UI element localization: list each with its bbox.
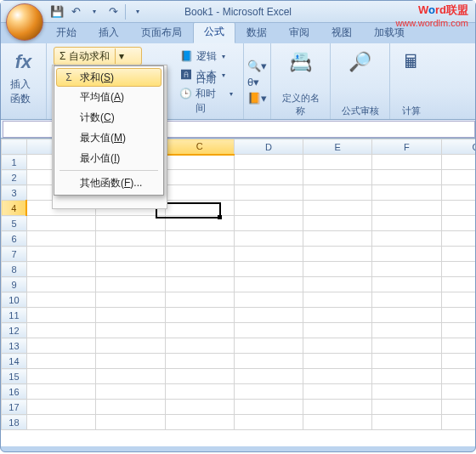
office-orb-button[interactable] <box>6 3 43 41</box>
cell-D9[interactable] <box>234 277 303 292</box>
cell-E7[interactable] <box>303 247 372 262</box>
cell-F12[interactable] <box>372 323 441 338</box>
cell-D1[interactable] <box>234 155 303 170</box>
cell-C14[interactable] <box>165 354 234 369</box>
redo-icon[interactable]: ↷ <box>106 5 120 19</box>
cell-C3[interactable] <box>165 185 234 201</box>
col-header-G[interactable]: G <box>441 139 475 155</box>
cell-G2[interactable] <box>441 170 475 185</box>
tab-2[interactable]: 页面布局 <box>130 22 193 43</box>
tab-1[interactable]: 插入 <box>88 22 130 43</box>
cell-B11[interactable] <box>96 308 165 323</box>
col-header-F[interactable]: F <box>372 139 441 155</box>
cell-A8[interactable] <box>26 262 95 277</box>
cell-A14[interactable] <box>26 354 95 369</box>
cell-F13[interactable] <box>372 338 441 354</box>
cell-F6[interactable] <box>372 231 441 247</box>
cell-E15[interactable] <box>303 369 372 384</box>
cell-G16[interactable] <box>441 384 475 400</box>
lookup-button[interactable]: 🔍▾ <box>247 60 267 72</box>
cell-C11[interactable] <box>165 308 234 323</box>
cell-D3[interactable] <box>234 185 303 201</box>
cell-D4[interactable] <box>234 201 303 216</box>
cell-E9[interactable] <box>303 277 372 292</box>
cell-C13[interactable] <box>165 338 234 354</box>
cell-C17[interactable] <box>165 400 234 415</box>
cell-D2[interactable] <box>234 170 303 185</box>
cell-C4[interactable] <box>165 201 234 216</box>
cell-E16[interactable] <box>303 384 372 400</box>
cell-B17[interactable] <box>96 400 165 415</box>
row-header-10[interactable]: 10 <box>2 292 27 308</box>
cell-E1[interactable] <box>303 155 372 170</box>
cell-F17[interactable] <box>372 400 441 415</box>
cell-C7[interactable] <box>165 247 234 262</box>
autosum-split-button[interactable]: Σ自动求和 ▾ <box>54 47 142 65</box>
row-header-17[interactable]: 17 <box>2 400 27 415</box>
row-header-13[interactable]: 13 <box>2 338 27 354</box>
cell-D13[interactable] <box>234 338 303 354</box>
cell-E12[interactable] <box>303 323 372 338</box>
cell-F4[interactable] <box>372 201 441 216</box>
formula-audit-button[interactable]: 🔎 <box>343 47 377 77</box>
cell-F18[interactable] <box>372 415 441 430</box>
row-header-2[interactable]: 2 <box>2 170 27 185</box>
defined-names-button[interactable]: 📇 <box>284 47 318 77</box>
cell-D11[interactable] <box>234 308 303 323</box>
row-header-9[interactable]: 9 <box>2 277 27 292</box>
tab-0[interactable]: 开始 <box>45 22 88 43</box>
cell-A7[interactable] <box>26 247 95 262</box>
undo-icon[interactable]: ↶ <box>69 5 82 19</box>
autosum-menu-item-3[interactable]: 最大值(M) <box>56 128 162 148</box>
autosum-menu-item-2[interactable]: 计数(C) <box>56 107 162 128</box>
row-header-3[interactable]: 3 <box>2 185 27 201</box>
row-header-15[interactable]: 15 <box>2 369 27 384</box>
more-functions-button[interactable]: 📙▾ <box>247 92 267 105</box>
datetime-functions-button[interactable]: 🕒日期和时间▾ <box>176 84 236 103</box>
cell-E3[interactable] <box>303 185 372 201</box>
cell-D14[interactable] <box>234 354 303 369</box>
cell-F16[interactable] <box>372 384 441 400</box>
math-button[interactable]: θ▾ <box>247 76 267 88</box>
cell-A10[interactable] <box>26 292 95 308</box>
cell-G3[interactable] <box>441 185 475 201</box>
cell-B6[interactable] <box>96 231 165 247</box>
row-header-14[interactable]: 14 <box>2 354 27 369</box>
cell-G5[interactable] <box>441 216 475 231</box>
col-header-C[interactable]: C <box>165 139 234 155</box>
cell-C1[interactable] <box>165 155 234 170</box>
cell-G18[interactable] <box>441 415 475 430</box>
cell-G7[interactable] <box>441 247 475 262</box>
tab-3[interactable]: 公式 <box>193 21 235 43</box>
cell-D6[interactable] <box>234 231 303 247</box>
cell-B8[interactable] <box>96 262 165 277</box>
cell-D12[interactable] <box>234 323 303 338</box>
cell-A6[interactable] <box>26 231 95 247</box>
cell-E13[interactable] <box>303 338 372 354</box>
cell-F8[interactable] <box>372 262 441 277</box>
cell-C18[interactable] <box>165 415 234 430</box>
cell-C6[interactable] <box>165 231 234 247</box>
row-header-11[interactable]: 11 <box>2 308 27 323</box>
cell-B15[interactable] <box>96 369 165 384</box>
cell-G13[interactable] <box>441 338 475 354</box>
cell-G17[interactable] <box>441 400 475 415</box>
cell-G6[interactable] <box>441 231 475 247</box>
cell-C5[interactable] <box>165 216 234 231</box>
cell-G4[interactable] <box>441 201 475 216</box>
row-header-6[interactable]: 6 <box>2 231 27 247</box>
cell-G8[interactable] <box>441 262 475 277</box>
cell-F5[interactable] <box>372 216 441 231</box>
tab-5[interactable]: 审阅 <box>278 22 320 43</box>
cell-G11[interactable] <box>441 308 475 323</box>
qat-customize-icon[interactable]: ▾ <box>131 5 144 19</box>
undo-dropdown-icon[interactable]: ▾ <box>88 5 101 19</box>
logic-functions-button[interactable]: 📘逻辑▾ <box>176 47 236 65</box>
autosum-menu-item-0[interactable]: Σ求和(S) <box>56 68 162 87</box>
col-header-E[interactable]: E <box>303 139 372 155</box>
cell-A12[interactable] <box>26 323 95 338</box>
cell-B10[interactable] <box>96 292 165 308</box>
cell-F14[interactable] <box>372 354 441 369</box>
cell-D18[interactable] <box>234 415 303 430</box>
row-header-16[interactable]: 16 <box>2 384 27 400</box>
